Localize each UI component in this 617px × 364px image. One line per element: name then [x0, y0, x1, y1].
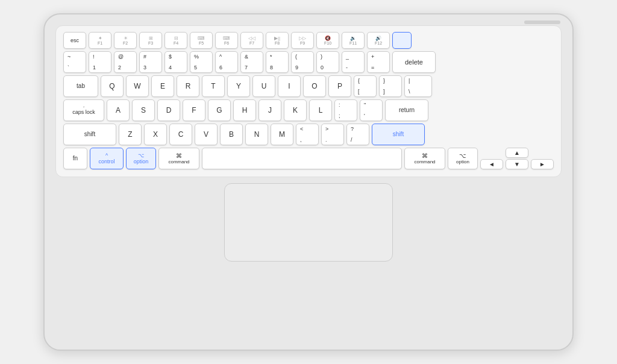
key-arrow-right[interactable]: ►	[531, 159, 554, 169]
key-d[interactable]: D	[157, 99, 180, 121]
key-f1[interactable]: ✦ F1	[89, 32, 111, 49]
key-e[interactable]: E	[151, 75, 174, 97]
key-s[interactable]: S	[132, 99, 155, 121]
key-arrow-up[interactable]: ▲	[506, 148, 528, 158]
key-f5[interactable]: ⌨ F5	[190, 32, 213, 49]
key-f12[interactable]: 🔊 F12	[367, 32, 390, 49]
key-o[interactable]: O	[303, 75, 326, 97]
arrow-cluster: ▲ ◄ ▼ ►	[480, 148, 554, 169]
key-bracket-left[interactable]: { [	[354, 75, 377, 97]
key-l[interactable]: L	[309, 99, 332, 121]
key-v[interactable]: V	[195, 124, 218, 145]
key-delete[interactable]: delete	[392, 51, 436, 73]
key-8[interactable]: * 8	[266, 51, 289, 73]
arrow-bottom-row: ◄ ▼ ►	[480, 159, 554, 169]
key-f9[interactable]: ▷▷ F9	[291, 32, 314, 49]
key-7[interactable]: & 7	[240, 51, 263, 73]
key-arrow-left[interactable]: ◄	[480, 159, 503, 169]
key-4[interactable]: $ 4	[164, 51, 187, 73]
key-backslash[interactable]: | \	[404, 75, 432, 97]
key-c[interactable]: C	[169, 124, 192, 145]
key-i[interactable]: I	[278, 75, 301, 97]
key-k[interactable]: K	[284, 99, 307, 121]
keyboard: esc ✦ F1 ☀ F2 ⊞ F3 ⊟ F4 ⌨ F5	[55, 25, 562, 177]
key-shift-right[interactable]: shift	[372, 124, 425, 145]
key-backtick[interactable]: ~ `	[63, 51, 86, 73]
number-key-row: ~ ` ! 1 @ 2 # 3 $ 4 % 5	[63, 51, 554, 73]
home-key-row: * caps lock A S D F G H J K L : ; " ' re…	[63, 99, 554, 121]
key-semicolon[interactable]: : ;	[334, 99, 357, 121]
key-f11[interactable]: 🔉 F11	[342, 32, 365, 49]
key-f4[interactable]: ⊟ F4	[164, 32, 187, 49]
bottom-key-row: fn ^ control ⌥ option ⌘ command ⌘ comman…	[63, 148, 554, 169]
key-g[interactable]: G	[208, 99, 231, 121]
arrow-top-row: ▲	[480, 148, 554, 158]
key-period[interactable]: > .	[321, 124, 344, 145]
key-2[interactable]: @ 2	[114, 51, 137, 73]
key-comma[interactable]: < ,	[296, 124, 319, 145]
key-n[interactable]: N	[245, 124, 268, 145]
key-return[interactable]: return	[385, 99, 428, 121]
key-t[interactable]: T	[202, 75, 225, 97]
key-5[interactable]: % 5	[190, 51, 213, 73]
key-equals[interactable]: + =	[367, 51, 390, 73]
key-1[interactable]: ! 1	[89, 51, 111, 73]
key-z[interactable]: Z	[119, 124, 142, 145]
key-command-left[interactable]: ⌘ command	[158, 148, 199, 169]
key-w[interactable]: W	[126, 75, 149, 97]
key-command-right[interactable]: ⌘ command	[404, 148, 445, 169]
key-r[interactable]: R	[177, 75, 199, 97]
key-space[interactable]	[202, 148, 402, 169]
key-f7[interactable]: ◁◁ F7	[240, 32, 263, 49]
fn-key-row: esc ✦ F1 ☀ F2 ⊞ F3 ⊟ F4 ⌨ F5	[63, 32, 554, 49]
key-f6[interactable]: ⌨ F6	[215, 32, 238, 49]
key-q[interactable]: Q	[101, 75, 124, 97]
laptop-body: esc ✦ F1 ☀ F2 ⊞ F3 ⊟ F4 ⌨ F5	[43, 13, 574, 351]
key-control[interactable]: ^ control	[90, 148, 124, 169]
key-arrow-down[interactable]: ▼	[506, 159, 528, 169]
shift-key-row: shift Z X C V B N M < , > . ? / shift	[63, 124, 554, 145]
key-x[interactable]: X	[144, 124, 167, 145]
key-6[interactable]: ^ 6	[215, 51, 238, 73]
key-option-left[interactable]: ⌥ option	[126, 148, 156, 169]
key-3[interactable]: # 3	[139, 51, 162, 73]
key-f8[interactable]: ▶|| F8	[266, 32, 289, 49]
key-shift-left[interactable]: shift	[63, 124, 116, 145]
key-j[interactable]: J	[258, 99, 281, 121]
key-caps-lock[interactable]: * caps lock	[63, 99, 104, 121]
key-y[interactable]: Y	[227, 75, 250, 97]
key-power[interactable]	[392, 32, 412, 49]
key-quote[interactable]: " '	[360, 99, 383, 121]
key-9[interactable]: ( 9	[291, 51, 314, 73]
key-0[interactable]: ) 0	[316, 51, 339, 73]
key-f3[interactable]: ⊞ F3	[139, 32, 162, 49]
key-f[interactable]: F	[183, 99, 205, 121]
key-h[interactable]: H	[233, 99, 256, 121]
key-p[interactable]: P	[328, 75, 351, 97]
key-m[interactable]: M	[271, 124, 293, 145]
key-bracket-right[interactable]: } ]	[379, 75, 402, 97]
key-f2[interactable]: ☀ F2	[114, 32, 137, 49]
key-f10[interactable]: 🔇 F10	[316, 32, 339, 49]
key-slash[interactable]: ? /	[346, 124, 369, 145]
key-option-right[interactable]: ⌥ option	[448, 148, 478, 169]
trackpad[interactable]	[224, 183, 393, 262]
key-a[interactable]: A	[107, 99, 130, 121]
key-fn[interactable]: fn	[63, 148, 87, 169]
key-esc[interactable]: esc	[63, 32, 86, 49]
key-minus[interactable]: _ -	[342, 51, 365, 73]
key-u[interactable]: U	[252, 75, 275, 97]
key-tab[interactable]: tab	[63, 75, 98, 97]
key-b[interactable]: B	[220, 124, 243, 145]
qwerty-key-row: tab Q W E R T Y U I O P { [ } ] | \	[63, 75, 554, 97]
